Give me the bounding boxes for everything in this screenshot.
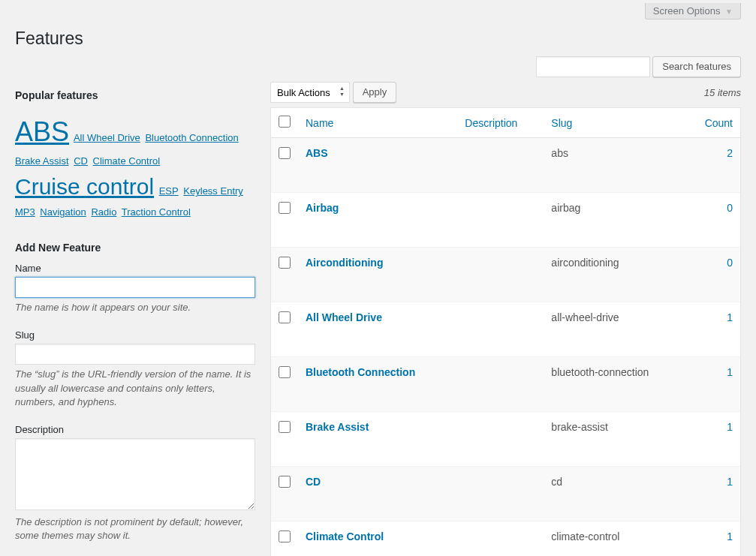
name-input[interactable]: [15, 277, 255, 298]
row-description: [457, 521, 544, 556]
row-slug: climate-control: [544, 521, 688, 556]
row-name-link[interactable]: ABS: [306, 147, 328, 159]
item-count: 15 items: [704, 87, 741, 98]
tag-link[interactable]: Brake Assist: [15, 155, 69, 167]
name-hint: The name is how it appears on your site.: [15, 301, 255, 314]
row-count-link[interactable]: 1: [727, 476, 733, 488]
row-name-link[interactable]: Bluetooth Connection: [306, 366, 415, 378]
column-header-count[interactable]: Count: [688, 108, 740, 138]
row-description: [457, 193, 544, 248]
row-description: [457, 248, 544, 302]
row-checkbox[interactable]: [279, 147, 291, 159]
tag-link[interactable]: Cruise control: [15, 174, 154, 199]
row-checkbox[interactable]: [279, 476, 291, 488]
row-slug: all-wheel-drive: [544, 302, 688, 357]
row-count-link[interactable]: 1: [727, 311, 733, 323]
tag-cloud: ABS All Wheel Drive Bluetooth Connection…: [15, 110, 255, 221]
tag-link[interactable]: ABS: [15, 116, 69, 147]
name-label: Name: [15, 263, 255, 274]
column-header-description[interactable]: Description: [457, 108, 544, 138]
tag-link[interactable]: Navigation: [40, 206, 86, 218]
row-count-link[interactable]: 0: [727, 202, 733, 214]
row-checkbox[interactable]: [279, 530, 291, 542]
row-name-link[interactable]: Airconditioning: [306, 257, 383, 269]
row-name-link[interactable]: Climate Control: [306, 530, 384, 542]
bulk-actions-select[interactable]: Bulk Actions: [270, 82, 350, 103]
row-count-link[interactable]: 1: [727, 366, 733, 378]
screen-options-label: Screen Options: [653, 5, 721, 17]
chevron-down-icon: ▼: [725, 8, 733, 16]
tag-link[interactable]: MP3: [15, 206, 35, 218]
row-count-link[interactable]: 0: [727, 257, 733, 269]
tag-link[interactable]: CD: [74, 155, 88, 167]
table-row: Brake Assistbrake-assist1: [271, 412, 740, 467]
tag-link[interactable]: Climate Control: [93, 155, 161, 167]
row-slug: bluetooth-connection: [544, 357, 688, 412]
row-checkbox[interactable]: [279, 311, 291, 323]
table-row: Airconditioningairconditioning0: [271, 248, 740, 302]
row-count-link[interactable]: 2: [727, 147, 733, 159]
tag-link[interactable]: All Wheel Drive: [74, 132, 140, 143]
tag-link[interactable]: Bluetooth Connection: [145, 132, 238, 143]
row-description: [457, 412, 544, 467]
row-name-link[interactable]: CD: [306, 476, 321, 488]
screen-options-toggle[interactable]: Screen Options ▼: [645, 3, 741, 20]
row-checkbox[interactable]: [279, 202, 291, 214]
row-description: [457, 138, 544, 193]
row-slug: abs: [544, 138, 688, 193]
table-row: CDcd1: [271, 467, 740, 521]
apply-button[interactable]: Apply: [353, 82, 397, 103]
table-row: Airbagairbag0: [271, 193, 740, 248]
row-description: [457, 302, 544, 357]
row-slug: brake-assist: [544, 412, 688, 467]
row-checkbox[interactable]: [279, 257, 291, 269]
table-row: ABSabs2: [271, 138, 740, 193]
row-count-link[interactable]: 1: [727, 421, 733, 433]
column-header-name[interactable]: Name: [298, 108, 457, 138]
slug-input[interactable]: [15, 344, 255, 365]
table-row: Climate Controlclimate-control1: [271, 521, 740, 556]
description-textarea[interactable]: [15, 438, 255, 510]
column-header-slug[interactable]: Slug: [544, 108, 688, 138]
row-count-link[interactable]: 1: [727, 530, 733, 542]
tag-link[interactable]: ESP: [159, 185, 179, 197]
tag-link[interactable]: Radio: [91, 206, 116, 218]
row-slug: airbag: [544, 193, 688, 248]
row-name-link[interactable]: All Wheel Drive: [306, 311, 382, 323]
table-row: Bluetooth Connectionbluetooth-connection…: [271, 357, 740, 412]
slug-hint: The “slug” is the URL-friendly version o…: [15, 368, 255, 409]
page-title: Features: [15, 29, 741, 49]
row-checkbox[interactable]: [279, 421, 291, 433]
popular-features-heading: Popular features: [15, 89, 255, 101]
table-row: All Wheel Driveall-wheel-drive1: [271, 302, 740, 357]
row-name-link[interactable]: Airbag: [306, 202, 339, 214]
row-slug: cd: [544, 467, 688, 521]
add-new-heading: Add New Feature: [15, 242, 255, 254]
tag-link[interactable]: Keyless Entry: [183, 185, 242, 197]
search-input[interactable]: [536, 56, 650, 77]
row-slug: airconditioning: [544, 248, 688, 302]
tag-link[interactable]: Traction Control: [122, 206, 191, 218]
row-description: [457, 357, 544, 412]
row-checkbox[interactable]: [279, 366, 291, 378]
search-button[interactable]: Search features: [652, 56, 741, 77]
slug-label: Slug: [15, 329, 255, 341]
select-all-checkbox[interactable]: [279, 116, 291, 128]
description-label: Description: [15, 424, 255, 435]
description-hint: The description is not prominent by defa…: [15, 515, 255, 542]
row-description: [457, 467, 544, 521]
row-name-link[interactable]: Brake Assist: [306, 421, 369, 433]
